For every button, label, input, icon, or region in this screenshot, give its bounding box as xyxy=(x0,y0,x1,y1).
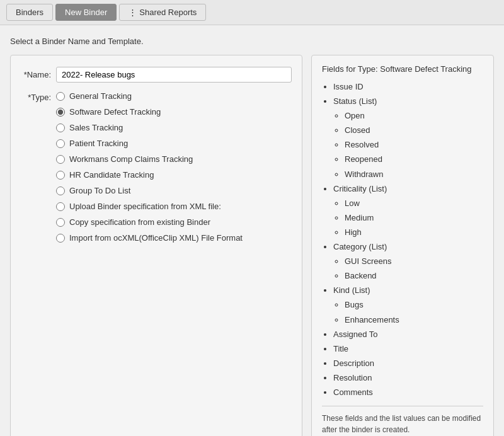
field-name: Category (List) xyxy=(333,242,387,251)
list-item: Medium xyxy=(345,211,483,225)
field-name: Description xyxy=(333,359,374,368)
shared-reports-button[interactable]: ⋮ Shared Reports xyxy=(119,4,206,21)
radio-hr[interactable] xyxy=(56,171,65,180)
list-item: Withdrawn xyxy=(345,168,483,181)
fields-divider xyxy=(322,406,483,406)
radio-workmans[interactable] xyxy=(56,155,65,164)
radio-item-patient[interactable]: Patient Tracking xyxy=(56,139,243,148)
main-panels: *Name: *Type: General TrackingSoftware D… xyxy=(10,55,494,436)
field-name: Criticality (List) xyxy=(333,184,387,193)
list-item: Criticality (List)LowMediumHigh xyxy=(333,182,483,239)
list-item: Status (List)OpenClosedResolvedReopenedW… xyxy=(333,95,483,181)
radio-software[interactable] xyxy=(56,108,65,117)
radio-item-software[interactable]: Software Defect Tracking xyxy=(56,107,243,117)
list-item: Low xyxy=(345,197,483,210)
list-item: Resolution xyxy=(333,371,483,385)
radio-copy[interactable] xyxy=(56,218,65,227)
share-icon: ⋮ xyxy=(129,8,137,17)
field-name: Kind (List) xyxy=(333,285,370,295)
field-name: Issue ID xyxy=(333,82,364,91)
list-item: Assigned To xyxy=(333,328,483,341)
radio-item-general[interactable]: General Tracking xyxy=(56,91,243,101)
radio-label-patient: Patient Tracking xyxy=(69,139,128,148)
list-item: Category (List)GUI ScreensBackend xyxy=(333,240,483,283)
field-name: Title xyxy=(333,344,348,353)
type-section: *Type: General TrackingSoftware Defect T… xyxy=(21,91,292,243)
radio-general[interactable] xyxy=(56,92,65,101)
field-sublist: GUI ScreensBackend xyxy=(333,255,483,283)
radio-label-hr: HR Candidate Tracking xyxy=(69,170,154,180)
right-panel: Fields for Type: Software Defect Trackin… xyxy=(311,55,494,436)
name-row: *Name: xyxy=(21,67,292,83)
radio-sales[interactable] xyxy=(56,123,65,132)
field-sublist: LowMediumHigh xyxy=(333,197,483,239)
radio-label-workmans: Workmans Comp Claims Tracking xyxy=(69,154,193,164)
radio-item-copy[interactable]: Copy specification from existing Binder xyxy=(56,217,243,227)
list-item: Open xyxy=(345,109,483,123)
new-binder-button[interactable]: New Binder xyxy=(55,4,117,21)
field-sublist: OpenClosedResolvedReopenedWithdrawn xyxy=(333,109,483,181)
list-item: High xyxy=(345,226,483,239)
list-item: Closed xyxy=(345,123,483,137)
radio-label-copy: Copy specification from existing Binder xyxy=(69,217,210,227)
top-nav: Binders New Binder ⋮ Shared Reports xyxy=(0,0,504,25)
radio-label-import: Import from ocXML(OfficeClip XML) File F… xyxy=(69,233,243,243)
radio-label-group: Group To Do List xyxy=(69,186,130,195)
list-item: Resolved xyxy=(345,138,483,152)
type-radio-list: General TrackingSoftware Defect Tracking… xyxy=(56,91,243,243)
list-item: Kind (List)BugsEnhancements xyxy=(333,284,483,326)
radio-item-import[interactable]: Import from ocXML(OfficeClip XML) File F… xyxy=(56,233,243,243)
fields-note: These fields and the list values can be … xyxy=(322,413,483,435)
list-item: Enhancements xyxy=(345,313,483,327)
radio-group[interactable] xyxy=(56,186,65,195)
radio-label-upload: Upload Binder specification from XML fil… xyxy=(69,202,221,211)
binder-name-input[interactable] xyxy=(56,67,292,83)
page-content: Select a Binder Name and Template. *Name… xyxy=(0,25,504,436)
radio-label-sales: Sales Tracking xyxy=(69,123,123,132)
radio-item-workmans[interactable]: Workmans Comp Claims Tracking xyxy=(56,154,243,164)
radio-label-software: Software Defect Tracking xyxy=(69,107,161,117)
left-panel: *Name: *Type: General TrackingSoftware D… xyxy=(10,55,302,436)
field-sublist: BugsEnhancements xyxy=(333,298,483,326)
name-label: *Name: xyxy=(21,70,51,79)
field-name: Assigned To xyxy=(333,330,378,339)
field-name: Resolution xyxy=(333,373,372,382)
list-item: Backend xyxy=(345,269,483,283)
fields-list: Issue IDStatus (List)OpenClosedResolvedR… xyxy=(322,80,483,399)
type-label: *Type: xyxy=(21,91,51,102)
fields-title: Fields for Type: Software Defect Trackin… xyxy=(322,64,483,74)
list-item: GUI Screens xyxy=(345,255,483,268)
list-item: Description xyxy=(333,357,483,370)
radio-item-group[interactable]: Group To Do List xyxy=(56,186,243,195)
radio-item-upload[interactable]: Upload Binder specification from XML fil… xyxy=(56,202,243,211)
field-name: Status (List) xyxy=(333,96,377,106)
list-item: Comments xyxy=(333,386,483,399)
field-name: Comments xyxy=(333,387,373,397)
radio-patient[interactable] xyxy=(56,139,65,148)
radio-upload[interactable] xyxy=(56,202,65,211)
page-instruction: Select a Binder Name and Template. xyxy=(10,37,494,46)
radio-import[interactable] xyxy=(56,234,65,243)
list-item: Issue ID xyxy=(333,80,483,94)
radio-item-hr[interactable]: HR Candidate Tracking xyxy=(56,170,243,180)
radio-item-sales[interactable]: Sales Tracking xyxy=(56,123,243,132)
list-item: Title xyxy=(333,342,483,356)
list-item: Bugs xyxy=(345,298,483,312)
binders-button[interactable]: Binders xyxy=(6,4,53,21)
radio-label-general: General Tracking xyxy=(69,91,132,101)
list-item: Reopened xyxy=(345,152,483,166)
